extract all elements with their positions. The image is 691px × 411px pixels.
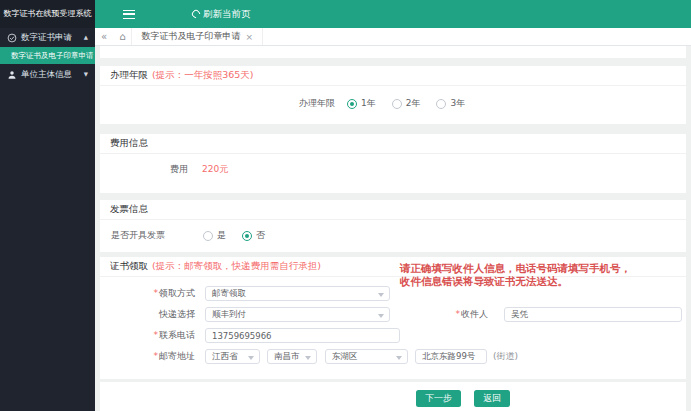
- radio-circle: [203, 231, 213, 241]
- organization-icon: [7, 70, 17, 80]
- section-years: 办理年限 (提示：一年按照365天) 办理年限 1年 2年 3年: [100, 66, 686, 124]
- recipient-input[interactable]: [504, 307, 682, 322]
- radio-label: 1年: [361, 97, 376, 110]
- sidebar: 数字证书在线预受理系统 数字证书申请 ▲ 数字证书及电子印章申请 单位主体信息 …: [0, 0, 95, 411]
- select-value: 江西省: [212, 351, 238, 363]
- section-delivery: 证书领取 (提示：邮寄领取，快递费用需自行承担) 请正确填写收件人信息，电话号码…: [100, 257, 686, 379]
- select-value: 东湖区: [332, 351, 358, 363]
- radio-circle: [392, 99, 402, 109]
- invoice-label: 是否开具发票: [100, 229, 165, 242]
- express-label: 快递选择: [100, 308, 195, 321]
- street-hint: (街道): [493, 350, 518, 363]
- years-row: 办理年限 1年 2年 3年: [100, 97, 686, 110]
- sidebar-item-cert-seal-apply[interactable]: 数字证书及电子印章申请: [0, 47, 95, 64]
- section-hint: (提示：一年按照365天): [152, 69, 254, 82]
- chevron-down-icon: [396, 356, 402, 360]
- phone-row: *联系电话: [100, 328, 686, 343]
- next-step-button[interactable]: 下一步: [416, 390, 461, 407]
- home-icon[interactable]: ⌂: [113, 32, 131, 42]
- footer-actions: 下一步 返回: [100, 382, 686, 411]
- scrolled-card-remnant: [100, 46, 686, 58]
- address-row: *邮寄地址 江西省 南昌市 东湖区 (街道): [100, 349, 686, 364]
- tab-label: 数字证书及电子印章申请: [141, 30, 240, 43]
- tab-bar: « ⌂ 数字证书及电子印章申请 ×: [95, 28, 691, 46]
- city-select[interactable]: 南昌市: [267, 349, 317, 364]
- radio-label: 3年: [450, 97, 465, 110]
- method-label: *领取方式: [100, 287, 195, 300]
- section-fee-header: 费用信息: [100, 134, 686, 154]
- radio-invoice-yes[interactable]: 是: [203, 229, 226, 242]
- radio-label: 2年: [406, 97, 421, 110]
- required-mark: *: [456, 309, 461, 319]
- sidebar-item-cert-apply[interactable]: 数字证书申请 ▲: [0, 28, 95, 47]
- chevron-up-icon: ▲: [84, 35, 88, 41]
- certificate-check-icon: [7, 33, 17, 43]
- recipient-label: *收件人: [398, 308, 488, 321]
- section-fee: 费用信息 费用 220元: [100, 134, 686, 193]
- back-button[interactable]: 返回: [474, 390, 510, 407]
- hamburger-icon[interactable]: [123, 10, 135, 19]
- warning-line-2: 收件信息错误将导致证书无法送达。: [400, 275, 631, 288]
- radio-circle: [347, 99, 357, 109]
- sidebar-item-org-info[interactable]: 单位主体信息 ▼: [0, 64, 95, 86]
- select-value: 南昌市: [274, 351, 300, 363]
- street-input[interactable]: [415, 349, 487, 364]
- express-select[interactable]: 顺丰到付: [205, 307, 390, 322]
- chevron-down-icon: [378, 314, 384, 318]
- radio-circle: [436, 99, 446, 109]
- content-area: 办理年限 (提示：一年按照365天) 办理年限 1年 2年 3年: [95, 46, 691, 411]
- required-mark: *: [154, 288, 159, 298]
- address-label: *邮寄地址: [100, 350, 195, 363]
- sidebar-item-label: 数字证书申请: [21, 32, 72, 44]
- radio-circle: [242, 231, 252, 241]
- section-hint: (提示：邮寄领取，快递费用需自行承担): [152, 260, 321, 273]
- chevron-down-icon: [305, 356, 311, 360]
- refresh-button[interactable]: 刷新当前页: [192, 8, 251, 21]
- section-years-header: 办理年限 (提示：一年按照365天): [100, 66, 686, 86]
- radio-1-year[interactable]: 1年: [347, 97, 376, 110]
- section-invoice-header: 发票信息: [100, 200, 686, 220]
- province-select[interactable]: 江西省: [205, 349, 260, 364]
- delivery-warning: 请正确填写收件人信息，电话号码请填写手机号， 收件信息错误将导致证书无法送达。: [400, 262, 631, 288]
- app-window: 数字证书在线预受理系统 数字证书申请 ▲ 数字证书及电子印章申请 单位主体信息 …: [0, 0, 691, 411]
- section-title: 费用信息: [110, 137, 148, 150]
- chevron-down-icon: ▼: [84, 72, 88, 78]
- close-icon[interactable]: ×: [245, 32, 253, 42]
- topbar: 刷新当前页: [95, 0, 691, 28]
- collapse-tabs-icon[interactable]: «: [95, 32, 113, 42]
- required-mark: *: [154, 330, 159, 340]
- app-title: 数字证书在线预受理系统: [0, 0, 95, 28]
- sidebar-item-label: 单位主体信息: [21, 69, 72, 81]
- radio-invoice-no[interactable]: 否: [242, 229, 265, 242]
- refresh-icon: [190, 8, 201, 19]
- radio-3-year[interactable]: 3年: [436, 97, 465, 110]
- phone-input[interactable]: [205, 328, 400, 343]
- warning-line-1: 请正确填写收件人信息，电话号码请填写手机号，: [400, 262, 631, 275]
- recipient-row: *收件人: [398, 307, 682, 322]
- section-invoice: 发票信息 是否开具发票 是 否: [100, 200, 686, 252]
- radio-2-year[interactable]: 2年: [392, 97, 421, 110]
- invoice-row: 是否开具发票 是 否: [100, 229, 686, 242]
- fee-value: 220元: [202, 163, 228, 176]
- required-mark: *: [154, 351, 159, 361]
- tab-cert-seal-apply[interactable]: 数字证书及电子印章申请 ×: [131, 28, 263, 45]
- fee-label: 费用: [100, 163, 188, 176]
- section-title: 证书领取: [110, 260, 148, 273]
- years-label: 办理年限: [100, 97, 335, 110]
- method-row: *领取方式 邮寄领取: [100, 286, 686, 301]
- radio-label: 否: [256, 229, 265, 242]
- radio-label: 是: [217, 229, 226, 242]
- fee-row: 费用 220元: [100, 163, 686, 176]
- chevron-down-icon: [378, 293, 384, 297]
- select-value: 邮寄领取: [212, 288, 246, 300]
- phone-label: *联系电话: [100, 329, 195, 342]
- district-select[interactable]: 东湖区: [325, 349, 408, 364]
- select-value: 顺丰到付: [212, 309, 246, 321]
- section-title: 发票信息: [110, 203, 148, 216]
- refresh-label: 刷新当前页: [203, 8, 251, 21]
- section-title: 办理年限: [110, 69, 148, 82]
- chevron-down-icon: [248, 356, 254, 360]
- delivery-method-select[interactable]: 邮寄领取: [205, 286, 390, 301]
